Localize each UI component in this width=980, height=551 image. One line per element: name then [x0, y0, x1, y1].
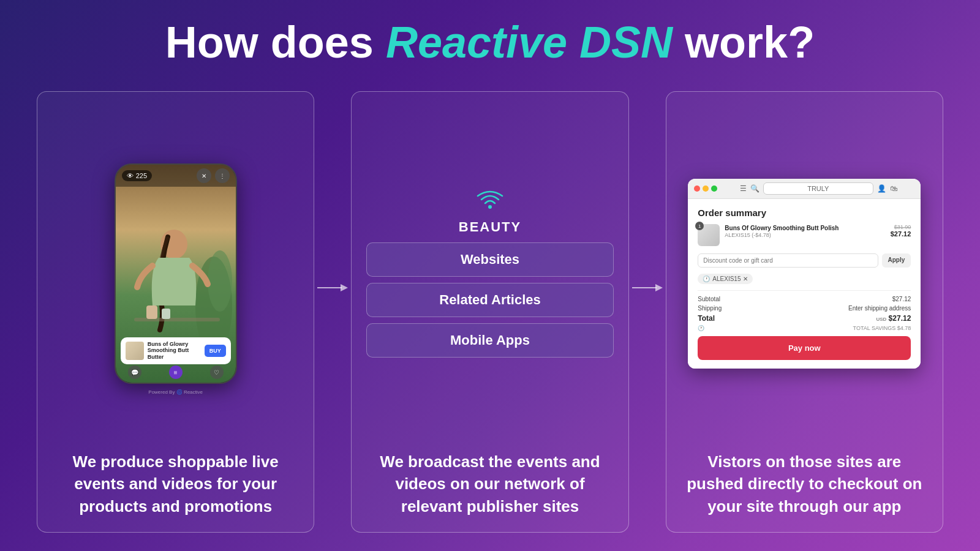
- savings-icon: 🕐: [698, 325, 704, 331]
- svg-marker-10: [655, 284, 663, 291]
- checkout-body: Order summary 1 Buns Of Glowry Smoothing…: [688, 199, 921, 369]
- coupon-badge: 🕐 ALEXIS15 ✕: [698, 274, 753, 284]
- card-3-visual: ☰ 🔍 TRULY 👤 🛍 Order summary 1: [681, 109, 928, 438]
- summary-rows: Subtotal $27.12 Shipping Enter shipping …: [698, 290, 911, 331]
- discount-input[interactable]: [698, 253, 878, 268]
- cards-container: 👁 225 ✕ ⋮: [37, 91, 943, 533]
- clock-icon: 🕐: [703, 276, 710, 282]
- card-3-caption: Vistors on those sites are pushed direct…: [681, 451, 928, 517]
- tl-green[interactable]: [711, 186, 717, 192]
- browser-nav: ☰ 🔍 TRULY 👤 🛍: [722, 182, 914, 195]
- card-1-panel: 👁 225 ✕ ⋮: [37, 91, 314, 533]
- total-value: USD $27.12: [876, 314, 911, 323]
- network-row-articles: Related Articles: [366, 283, 613, 317]
- connector-1-2: [314, 91, 351, 533]
- phone-views: 👁 225: [122, 170, 152, 181]
- card-2-inner: BEAUTY Websites Related Articles Mobile …: [366, 190, 613, 358]
- coupon-tag: 🕐 ALEXIS15 ✕: [698, 274, 911, 284]
- beauty-label: BEAUTY: [459, 219, 521, 235]
- order-item-row: 1 Buns Of Glowry Smoothing Butt Polish A…: [698, 224, 911, 246]
- svg-point-8: [488, 205, 492, 209]
- cart-icon[interactable]: 🛍: [890, 184, 897, 193]
- phone-top-bar: 👁 225 ✕ ⋮: [116, 165, 236, 187]
- traffic-lights: [694, 186, 717, 192]
- apply-button[interactable]: Apply: [882, 253, 911, 268]
- order-item-price: $31.90 $27.12: [891, 224, 911, 238]
- browser-search-icon[interactable]: 🔍: [750, 184, 760, 193]
- phone-frame: 👁 225 ✕ ⋮: [115, 163, 237, 384]
- view-count: 225: [136, 172, 147, 179]
- product-thumbnail: [126, 342, 144, 360]
- card-1-visual: 👁 225 ✕ ⋮: [52, 109, 299, 438]
- page-title: How does Reactive DSN work?: [165, 18, 815, 67]
- close-btn[interactable]: ✕: [197, 168, 211, 183]
- phone-actions: ✕ ⋮: [197, 168, 230, 183]
- discount-row: Apply: [698, 253, 911, 268]
- shipping-label: Shipping: [698, 305, 722, 312]
- title-suffix: work?: [673, 18, 815, 67]
- checkout-wrapper: ☰ 🔍 TRULY 👤 🛍 Order summary 1: [688, 179, 921, 369]
- savings-row: 🕐 TOTAL SAVINGS $4.78: [698, 325, 911, 331]
- network-row-apps: Mobile Apps: [366, 323, 613, 358]
- price-original: $31.90: [891, 224, 911, 230]
- card-1-caption: We produce shoppable live events and vid…: [52, 451, 299, 517]
- subtotal-row: Subtotal $27.12: [698, 296, 911, 302]
- phone-bottom-bar: 💬 ≡ ♡: [116, 365, 236, 379]
- more-btn[interactable]: ⋮: [215, 168, 230, 183]
- svg-rect-3: [134, 318, 220, 321]
- menu-icon[interactable]: ☰: [740, 184, 747, 193]
- tl-yellow[interactable]: [703, 186, 709, 192]
- order-title: Order summary: [698, 208, 911, 218]
- connector-2-3: [629, 91, 666, 533]
- broadcast-icon: [475, 190, 505, 217]
- beauty-header: BEAUTY: [459, 190, 521, 235]
- total-label: Total: [698, 314, 715, 323]
- browser-frame: ☰ 🔍 TRULY 👤 🛍 Order summary 1: [688, 179, 921, 369]
- network-item-websites: Websites: [366, 242, 613, 277]
- item-badge: 1: [695, 222, 704, 230]
- title-brand: Reactive DSN: [386, 18, 673, 67]
- svg-marker-7: [341, 284, 348, 291]
- svg-point-1: [208, 250, 232, 312]
- network-row-websites: Websites: [366, 242, 613, 277]
- buy-button[interactable]: BUY: [205, 345, 226, 357]
- shipping-row: Shipping Enter shipping address: [698, 305, 911, 312]
- eye-icon: 👁: [127, 172, 134, 179]
- heart-icon[interactable]: ♡: [210, 365, 224, 379]
- total-amount: $27.12: [889, 314, 911, 323]
- order-item-details: Buns Of Glowry Smoothing Butt Polish ALE…: [725, 224, 885, 238]
- user-icon[interactable]: 👤: [877, 184, 886, 193]
- arrow-icon-1: [317, 282, 348, 294]
- network-item-apps: Mobile Apps: [366, 323, 613, 358]
- card-2-panel: BEAUTY Websites Related Articles Mobile …: [351, 91, 628, 533]
- coupon-remove[interactable]: ✕: [743, 276, 748, 282]
- order-item-name: Buns Of Glowry Smoothing Butt Polish: [725, 224, 885, 232]
- subtotal-label: Subtotal: [698, 296, 720, 302]
- powered-by: Powered By 🌀 Reactive: [115, 389, 237, 395]
- phone-mockup: 👁 225 ✕ ⋮: [115, 163, 237, 384]
- product-name: Buns of Glowry Smoothing Butt Butter: [148, 341, 201, 361]
- browser-bar: ☰ 🔍 TRULY 👤 🛍: [688, 179, 921, 199]
- svg-rect-4: [146, 305, 157, 319]
- shipping-value: Enter shipping address: [848, 305, 911, 312]
- currency-label: USD: [876, 317, 886, 322]
- order-item-code: ALEXIS15 (-$4.78): [725, 232, 885, 238]
- pay-button[interactable]: Pay now: [698, 336, 911, 360]
- card-2-visual: BEAUTY Websites Related Articles Mobile …: [366, 109, 613, 438]
- phone-product-bar: Buns of Glowry Smoothing Butt Butter BUY: [121, 337, 231, 364]
- card-3-panel: ☰ 🔍 TRULY 👤 🛍 Order summary 1: [666, 91, 943, 533]
- savings-label: TOTAL SAVINGS $4.78: [853, 325, 911, 331]
- network-items: Websites Related Articles Mobile Apps: [366, 242, 613, 358]
- svg-rect-5: [162, 309, 170, 319]
- chat-icon[interactable]: 💬: [128, 365, 141, 379]
- total-row: Total USD $27.12: [698, 314, 911, 323]
- tl-red[interactable]: [694, 186, 700, 192]
- browser-brand: TRULY: [763, 182, 873, 195]
- price-current: $27.12: [891, 230, 911, 238]
- coupon-code: ALEXIS15: [712, 276, 741, 282]
- order-item-image: 1: [698, 224, 720, 246]
- list-icon[interactable]: ≡: [169, 365, 183, 379]
- arrow-icon-2: [632, 282, 663, 294]
- card-2-caption: We broadcast the events and videos on ou…: [366, 451, 613, 517]
- title-prefix: How does: [165, 18, 386, 67]
